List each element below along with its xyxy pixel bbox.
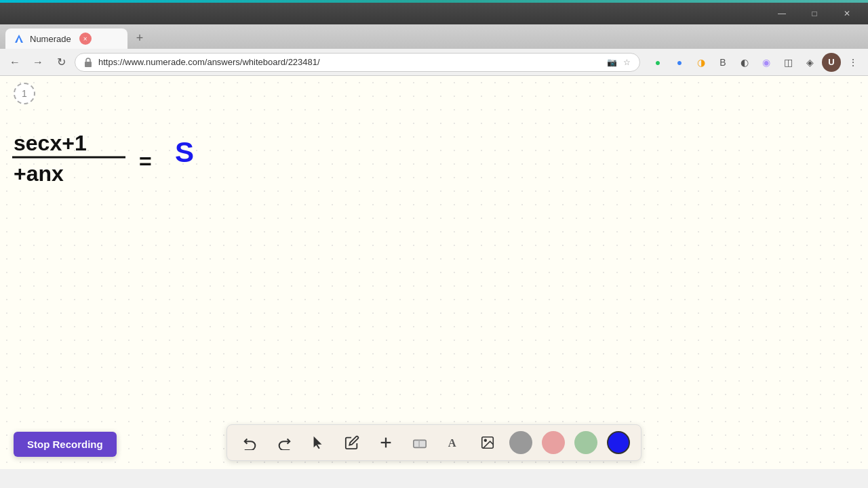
- close-button[interactable]: ✕: [831, 3, 863, 24]
- svg-marker-8: [314, 436, 322, 449]
- svg-text:A: A: [448, 436, 456, 449]
- extension-5-icon[interactable]: ◐: [735, 53, 754, 72]
- extension-3-icon[interactable]: ◑: [692, 53, 711, 72]
- tab-bar: Numerade × +: [0, 24, 868, 49]
- add-element-button[interactable]: [374, 430, 398, 455]
- svg-text:=: =: [139, 149, 152, 174]
- bottom-toolbar: A: [226, 424, 642, 461]
- svg-point-15: [484, 439, 486, 441]
- bookmark-icon[interactable]: ☆: [620, 56, 633, 68]
- svg-text:S: S: [175, 136, 194, 168]
- address-bar-icons: 📷 ☆: [606, 56, 633, 68]
- active-tab[interactable]: Numerade ×: [5, 28, 127, 49]
- svg-rect-11: [414, 440, 426, 447]
- more-options-icon[interactable]: ⋮: [844, 53, 863, 72]
- extension-8-icon[interactable]: ◈: [800, 53, 819, 72]
- new-tab-button[interactable]: +: [130, 28, 149, 47]
- forward-button[interactable]: →: [28, 53, 47, 72]
- browser-chrome: — □ ✕ Numerade × + ←: [0, 0, 868, 76]
- profile-avatar[interactable]: U: [822, 53, 841, 72]
- image-insert-button[interactable]: [475, 430, 500, 455]
- extension-6-icon[interactable]: ◉: [757, 53, 776, 72]
- window-controls: — □ ✕: [766, 3, 863, 24]
- back-button[interactable]: ←: [5, 53, 24, 72]
- select-tool-button[interactable]: [306, 430, 330, 455]
- extension-2-icon[interactable]: ●: [670, 53, 689, 72]
- address-bar[interactable]: https://www.numerade.com/answers/whitebo…: [75, 53, 640, 72]
- color-gray[interactable]: [509, 431, 532, 454]
- tab-title-text: Numerade: [30, 34, 71, 44]
- page-number-indicator: 1: [14, 83, 35, 104]
- color-blue[interactable]: [607, 431, 630, 454]
- tab-favicon-icon: [14, 33, 24, 44]
- math-handwriting: secx+1 +anx = S: [7, 113, 224, 235]
- tab-close-button[interactable]: ×: [79, 33, 92, 45]
- extension-4-icon[interactable]: B: [713, 53, 732, 72]
- screenshot-icon[interactable]: 📷: [606, 56, 618, 68]
- maximize-button[interactable]: □: [799, 3, 830, 24]
- extension-1-icon[interactable]: ●: [648, 53, 667, 72]
- svg-rect-2: [85, 62, 92, 67]
- text-tool-button[interactable]: A: [441, 430, 466, 455]
- refresh-button[interactable]: ↻: [52, 53, 71, 72]
- minimize-button[interactable]: —: [766, 3, 797, 24]
- svg-text:secx+1: secx+1: [14, 131, 87, 155]
- color-pink[interactable]: [542, 431, 565, 454]
- svg-text:+anx: +anx: [14, 161, 64, 186]
- stop-recording-button[interactable]: Stop Recording: [14, 432, 117, 457]
- pen-tool-button[interactable]: [340, 430, 364, 455]
- lock-icon: [82, 56, 94, 68]
- nav-bar: ← → ↻ https://www.numerade.com/answers/w…: [0, 49, 868, 76]
- color-green[interactable]: [574, 431, 597, 454]
- eraser-tool-button[interactable]: [408, 430, 432, 455]
- redo-button[interactable]: [272, 430, 296, 455]
- url-text: https://www.numerade.com/answers/whitebo…: [98, 57, 601, 67]
- undo-button[interactable]: [238, 430, 262, 455]
- title-bar: — □ ✕: [0, 3, 868, 24]
- browser-action-buttons: ● ● ◑ B ◐ ◉ ◫ ◈ U ⋮: [648, 53, 863, 72]
- extension-7-icon[interactable]: ◫: [778, 53, 797, 72]
- whiteboard-canvas[interactable]: 1 secx+1 +anx = S: [0, 76, 868, 469]
